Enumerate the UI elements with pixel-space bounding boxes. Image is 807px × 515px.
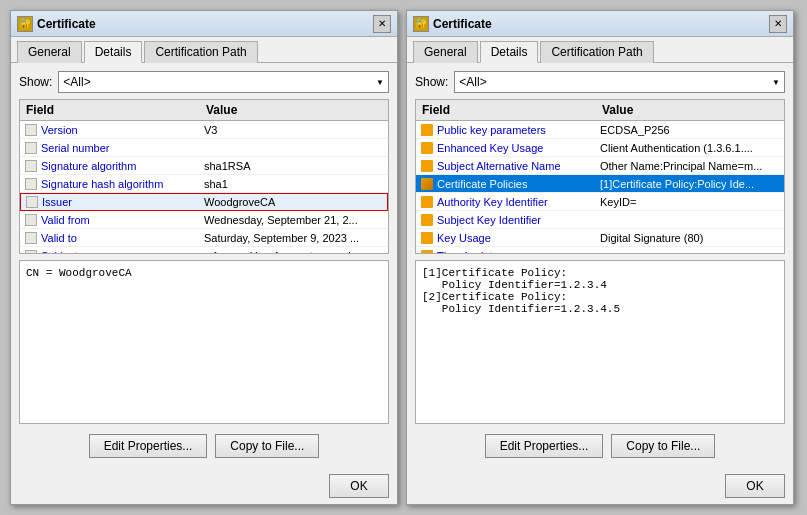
row-icon <box>25 232 37 244</box>
field-table-1[interactable]: Field Value Version V3 Serial number <box>19 99 389 254</box>
close-button-2[interactable]: ✕ <box>769 15 787 33</box>
show-label-1: Show: <box>19 75 52 89</box>
row-icon <box>421 178 433 190</box>
table-row[interactable]: Serial number <box>20 139 388 157</box>
header-value-1: Value <box>204 102 384 118</box>
edit-properties-button-1[interactable]: Edit Properties... <box>89 434 208 458</box>
row-icon <box>421 160 433 172</box>
table-row[interactable]: Valid from Wednesday, September 21, 2... <box>20 211 388 229</box>
table-row-selected[interactable]: Issuer WoodgroveCA <box>20 193 388 211</box>
title-bar-2: 🔐 Certificate ✕ <box>407 11 793 37</box>
show-label-2: Show: <box>415 75 448 89</box>
row-icon <box>25 124 37 136</box>
detail-box-1: CN = WoodgroveCA <box>19 260 389 424</box>
row-icon <box>421 142 433 154</box>
dialog-title-2: Certificate <box>433 17 492 31</box>
edit-properties-button-2[interactable]: Edit Properties... <box>485 434 604 458</box>
dialog2-content: Show: <All> ▼ Field Value Public key par… <box>407 63 793 470</box>
table-header-2: Field Value <box>416 100 784 121</box>
row-icon <box>421 250 433 255</box>
ok-row-1: OK <box>11 470 397 504</box>
buttons-row-1: Edit Properties... Copy to File... <box>19 430 389 462</box>
ok-button-2[interactable]: OK <box>725 474 785 498</box>
ok-row-2: OK <box>407 470 793 504</box>
row-icon <box>25 160 37 172</box>
close-button-1[interactable]: ✕ <box>373 15 391 33</box>
ok-button-1[interactable]: OK <box>329 474 389 498</box>
table-row[interactable]: Subject Alternative Name Other Name:Prin… <box>416 157 784 175</box>
header-value-2: Value <box>600 102 780 118</box>
row-icon <box>25 178 37 190</box>
row-icon <box>25 214 37 226</box>
table-row[interactable]: Thumbprint <box>416 247 784 254</box>
tab-certpath-1[interactable]: Certification Path <box>144 41 257 63</box>
dropdown-arrow-2: ▼ <box>772 78 780 87</box>
table-row[interactable]: Public key parameters ECDSA_P256 <box>416 121 784 139</box>
show-dropdown-2[interactable]: <All> ▼ <box>454 71 785 93</box>
dialog-icon-1: 🔐 <box>17 16 33 32</box>
row-icon <box>421 124 433 136</box>
title-bar-1: 🔐 Certificate ✕ <box>11 11 397 37</box>
table-row[interactable]: Version V3 <box>20 121 388 139</box>
table-row[interactable]: Signature algorithm sha1RSA <box>20 157 388 175</box>
row-icon <box>421 196 433 208</box>
show-dropdown-1[interactable]: <All> ▼ <box>58 71 389 93</box>
row-icon <box>421 232 433 244</box>
show-row-1: Show: <All> ▼ <box>19 71 389 93</box>
row-icon <box>26 196 38 208</box>
copy-to-file-button-2[interactable]: Copy to File... <box>611 434 715 458</box>
row-icon <box>25 250 37 255</box>
tab-general-2[interactable]: General <box>413 41 478 63</box>
table-row[interactable]: Subject mfauser_UserAccounts_wood... <box>20 247 388 254</box>
table-row[interactable]: Key Usage Digital Signature (80) <box>416 229 784 247</box>
buttons-row-2: Edit Properties... Copy to File... <box>415 430 785 462</box>
row-icon <box>421 214 433 226</box>
field-table-2[interactable]: Field Value Public key parameters ECDSA_… <box>415 99 785 254</box>
table-row[interactable]: Authority Key Identifier KeyID= <box>416 193 784 211</box>
tab-details-2[interactable]: Details <box>480 41 539 63</box>
show-row-2: Show: <All> ▼ <box>415 71 785 93</box>
dialog1-content: Show: <All> ▼ Field Value Version V3 <box>11 63 397 470</box>
table-row[interactable]: Valid to Saturday, September 9, 2023 ... <box>20 229 388 247</box>
table-row-selected[interactable]: Certificate Policies [1]Certificate Poli… <box>416 175 784 193</box>
tab-bar-2: General Details Certification Path <box>407 37 793 63</box>
tab-bar-1: General Details Certification Path <box>11 37 397 63</box>
certificate-dialog-1: 🔐 Certificate ✕ General Details Certific… <box>10 10 398 505</box>
certificate-dialog-2: 🔐 Certificate ✕ General Details Certific… <box>406 10 794 505</box>
dialog-title-1: Certificate <box>37 17 96 31</box>
tab-general-1[interactable]: General <box>17 41 82 63</box>
detail-box-2: [1]Certificate Policy: Policy Identifier… <box>415 260 785 424</box>
dropdown-arrow-1: ▼ <box>376 78 384 87</box>
dialog-icon-2: 🔐 <box>413 16 429 32</box>
table-row[interactable]: Enhanced Key Usage Client Authentication… <box>416 139 784 157</box>
tab-certpath-2[interactable]: Certification Path <box>540 41 653 63</box>
row-icon <box>25 142 37 154</box>
table-row[interactable]: Signature hash algorithm sha1 <box>20 175 388 193</box>
header-field-2: Field <box>420 102 600 118</box>
table-row[interactable]: Subject Key Identifier <box>416 211 784 229</box>
copy-to-file-button-1[interactable]: Copy to File... <box>215 434 319 458</box>
tab-details-1[interactable]: Details <box>84 41 143 63</box>
table-header-1: Field Value <box>20 100 388 121</box>
header-field-1: Field <box>24 102 204 118</box>
